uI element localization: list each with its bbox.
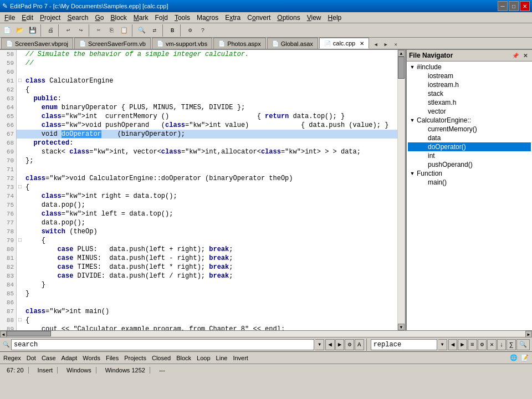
regex-item-2[interactable]: Case (40, 355, 57, 361)
tree-item-stlexam-h[interactable]: stlexam.h (408, 98, 531, 107)
code-line-62[interactable]: 62{ (0, 85, 397, 94)
regex-item-4[interactable]: Words (81, 355, 101, 361)
help-icon[interactable]: ? (197, 24, 209, 37)
regex-item-7[interactable]: Closed (151, 355, 172, 361)
menu-edit[interactable]: Edit (18, 13, 37, 23)
menu-mark[interactable]: Mark (130, 13, 152, 23)
tree-item--include[interactable]: ▼#include (408, 63, 531, 71)
regex-item-11[interactable]: Invert (232, 355, 249, 361)
tree-arrow-icon[interactable]: ▼ (409, 171, 416, 176)
code-line-69[interactable]: 69 stack< class="kw">int, vector<class="… (0, 147, 397, 156)
line-fold-indicator[interactable]: □ (17, 236, 23, 245)
open-button[interactable]: 📂 (14, 24, 26, 37)
code-line-89[interactable]: 89 cout << "Calculator example program, … (0, 325, 397, 330)
editor-content[interactable]: 58// Simulate the behavior of a simple i… (0, 50, 397, 330)
highlight-button[interactable]: A (355, 339, 364, 350)
regex-globe-button[interactable]: 🌐 (509, 353, 519, 363)
code-line-59[interactable]: 59// (0, 59, 397, 68)
code-line-67[interactable]: 67 void doOperator (binaryOperator); (0, 130, 397, 139)
regex-item-5[interactable]: Files (105, 355, 120, 361)
menu-options[interactable]: Options (274, 13, 303, 23)
replace-input[interactable] (371, 339, 437, 350)
search-dropdown[interactable]: ▼ (315, 339, 324, 350)
nav-pin-button[interactable]: 📌 (511, 51, 520, 60)
replace-dropdown[interactable]: ▼ (438, 339, 447, 350)
code-line-88[interactable]: 88□{ (0, 316, 397, 325)
code-line-81[interactable]: 81 case MINUS: data.push(left - right); … (0, 254, 397, 263)
tree-item-data[interactable]: data (408, 134, 531, 142)
replace-extra1[interactable]: ↓ (497, 339, 507, 350)
regex-item-6[interactable]: Projects (123, 355, 147, 361)
code-line-80[interactable]: 80 case PLUS: data.push(left + right); b… (0, 245, 397, 254)
replace-prev-button[interactable]: ◀ (448, 339, 458, 350)
menu-help[interactable]: Help (325, 13, 345, 23)
tab-global-asax[interactable]: 📄 Global.asax (267, 38, 318, 49)
menu-extra[interactable]: Extra (222, 13, 244, 23)
code-line-75[interactable]: 75 data.pop(); (0, 201, 397, 209)
code-line-63[interactable]: 63 public: (0, 94, 397, 103)
h-scroll-thumb[interactable] (7, 331, 51, 336)
tree-item-pushoperand--[interactable]: pushOperand() (408, 160, 531, 169)
code-line-74[interactable]: 74 class="kw">int right = data.top(); (0, 192, 397, 201)
code-line-61[interactable]: 61□class CalculatorEngine (0, 76, 397, 85)
tree-item-iostream-h[interactable]: iostream.h (408, 80, 531, 89)
horizontal-scrollbar[interactable]: ◀ ▶ (0, 330, 532, 337)
tree-item-iostream[interactable]: iostream (408, 71, 531, 80)
menu-block[interactable]: Block (108, 13, 130, 23)
tree-item-int[interactable]: int (408, 151, 531, 160)
tab-close-active[interactable]: ✕ (391, 40, 400, 49)
code-line-73[interactable]: 73□{ (0, 183, 397, 192)
tab-next[interactable]: ▶ (381, 40, 390, 49)
tree-item-currentmemory--[interactable]: currentMemory() (408, 125, 531, 134)
scroll-down-button[interactable]: ▼ (398, 324, 405, 330)
redo-button[interactable]: ↪ (75, 24, 87, 37)
h-scroll-track[interactable] (7, 331, 525, 337)
nav-close-button[interactable]: ✕ (521, 51, 530, 60)
close-button[interactable]: ✕ (520, 1, 530, 11)
search-prev-button[interactable]: ◀ (325, 339, 335, 350)
menu-convert[interactable]: Convert (244, 13, 274, 23)
tab-prev[interactable]: ◀ (371, 40, 380, 49)
tab-calc-cpp[interactable]: 📄 calc.cpp ✕ (319, 38, 369, 49)
bold-button[interactable]: B (166, 24, 178, 37)
code-line-72[interactable]: 72class="kw">void CalculatorEngine::doOp… (0, 174, 397, 183)
menu-go[interactable]: Go (91, 13, 107, 23)
code-line-76[interactable]: 76 class="kw">int left = data.top(); (0, 209, 397, 218)
scroll-up-button[interactable]: ▲ (398, 50, 405, 57)
code-line-68[interactable]: 68 protected: (0, 139, 397, 147)
line-fold-indicator[interactable]: □ (17, 316, 23, 325)
search-options-button[interactable]: ⚙ (345, 339, 354, 350)
tree-arrow-icon[interactable]: ▼ (409, 117, 416, 123)
tree-item-dooperator--[interactable]: doOperator() (408, 142, 531, 151)
menu-view[interactable]: View (304, 13, 325, 23)
code-line-77[interactable]: 77 data.pop(); (0, 218, 397, 227)
scroll-track[interactable] (398, 57, 405, 324)
code-line-58[interactable]: 58// Simulate the behavior of a simple i… (0, 50, 397, 59)
code-line-65[interactable]: 65 class="kw">int currentMemory () { ret… (0, 112, 397, 121)
regex-item-3[interactable]: Adapt (60, 355, 79, 361)
code-line-70[interactable]: 70}; (0, 156, 397, 165)
tree-item-function[interactable]: ▼Function (408, 169, 531, 178)
regex-item-8[interactable]: Block (175, 355, 192, 361)
menu-search[interactable]: Search (64, 13, 91, 23)
scroll-left-button[interactable]: ◀ (0, 331, 7, 337)
menu-project[interactable]: Project (37, 13, 64, 23)
print-button[interactable]: 🖨 (44, 24, 57, 37)
code-line-83[interactable]: 83 case DIVIDE: data.push(left / right);… (0, 272, 397, 280)
code-line-64[interactable]: 64 enum binaryOperator { PLUS, MINUS, TI… (0, 103, 397, 112)
tab-screensaverform-vb[interactable]: 📄 ScreenSaverForm.vb (74, 38, 151, 49)
menu-macros[interactable]: Macros (193, 13, 222, 23)
replace-button[interactable]: ⇄ (149, 24, 161, 37)
new-button[interactable]: 📄 (1, 24, 13, 37)
code-line-66[interactable]: 66 class="kw">void pushOperand (class="k… (0, 121, 397, 130)
cut-button[interactable]: ✂ (93, 24, 105, 37)
replace-extra3[interactable]: 🔍 (516, 339, 530, 350)
vertical-scrollbar[interactable]: ▲ ▼ (397, 50, 405, 330)
replace-next-button[interactable]: ▶ (458, 339, 467, 350)
menu-fold[interactable]: Fold (152, 13, 171, 23)
code-line-84[interactable]: 84 } (0, 280, 397, 289)
code-line-82[interactable]: 82 case TIMES: data.push(left * right); … (0, 263, 397, 272)
code-line-71[interactable]: 71 (0, 165, 397, 174)
minimize-button[interactable]: ─ (498, 1, 508, 11)
undo-button[interactable]: ↩ (62, 24, 74, 37)
